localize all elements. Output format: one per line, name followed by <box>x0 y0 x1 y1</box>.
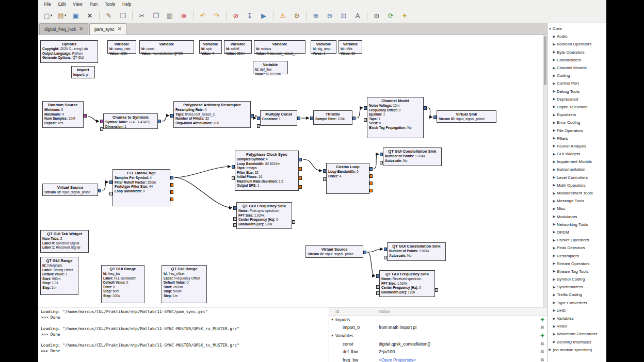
block-qtgui_freq_sink_2[interactable]: QT GUI Frequency SinkName: Received spec… <box>379 270 435 297</box>
expander-closed-icon[interactable]: ▶ <box>552 254 557 258</box>
library-category-core[interactable]: ▼ Core <box>548 25 606 32</box>
block-virtual_sink[interactable]: Virtual SinkStream ID: input_signal_prob… <box>437 110 496 123</box>
expander-open-icon[interactable]: ▼ <box>548 27 553 30</box>
remove-freq-bw-button[interactable]: ✖ <box>538 357 547 362</box>
output-port[interactable] <box>299 167 302 171</box>
scrollbar-thumb[interactable] <box>544 36 546 85</box>
output-port[interactable] <box>251 114 254 118</box>
input-port[interactable] <box>170 114 173 118</box>
expander-open-icon[interactable]: ▼ <box>329 318 335 321</box>
expander-closed-icon[interactable]: ▶ <box>552 293 557 297</box>
block-qtgui_const_sink_2[interactable]: QT GUI Constellation SinkNumber of Point… <box>387 242 446 261</box>
block-fll_band_edge[interactable]: FLL Band-EdgeSamples Per Symbol: 4Filter… <box>112 169 170 206</box>
input-port[interactable] <box>376 291 379 295</box>
varpanel-item-def-lbw[interactable]: def_lbw2*pi/100✖ <box>329 348 547 356</box>
library-category-trellis-coding[interactable]: ▶Trellis Coding <box>548 291 606 299</box>
expander-closed-icon[interactable]: ▶ <box>552 81 557 86</box>
library-category-misc[interactable]: ▶Misc <box>548 205 606 212</box>
reload-blocks-button[interactable]: ⟳ <box>384 10 397 21</box>
expander-closed-icon[interactable]: ▶ <box>552 183 557 187</box>
library-category-audio[interactable]: ▶Audio <box>548 32 606 40</box>
output-port[interactable] <box>369 174 373 178</box>
block-options[interactable]: OptionsCopyright: 2020 C...ering LabOutp… <box>40 40 98 63</box>
tab-pam-sync[interactable]: pam_sync✕ <box>89 23 126 35</box>
expander-closed-icon[interactable]: ▶ <box>552 207 557 211</box>
menu-edit[interactable]: Edit <box>55 2 70 7</box>
input-port[interactable] <box>323 177 326 181</box>
expander-closed-icon[interactable]: ▶ <box>552 144 557 148</box>
connection[interactable] <box>88 117 99 121</box>
preferences-button[interactable]: ⚙ <box>290 10 303 21</box>
library-category-math-operators[interactable]: ▶Math Operators <box>548 182 606 189</box>
expander-closed-icon[interactable]: ▶ <box>552 74 557 78</box>
expander-closed-icon[interactable]: ▶ <box>552 160 557 164</box>
varpanel-item-import-0[interactable]: import_0from math import pi✖ <box>329 324 547 332</box>
varpanel-item-const[interactable]: constdigital.qpsk_constellation()✖ <box>329 340 547 348</box>
library-category-filters[interactable]: ▶Filters <box>548 135 606 142</box>
input-port[interactable] <box>384 248 387 251</box>
input-port[interactable] <box>310 117 313 120</box>
library-category-boolean-operators[interactable]: ▶Boolean Operators <box>548 40 606 48</box>
add-variables-button[interactable]: ✚ <box>538 333 547 338</box>
dropdown-caret-icon[interactable]: ▾ <box>51 13 53 18</box>
expander-closed-icon[interactable]: ▶ <box>552 121 557 125</box>
connection[interactable] <box>174 167 231 177</box>
input-port[interactable] <box>376 274 379 278</box>
redo-button[interactable]: ↷ <box>210 10 223 21</box>
input-port[interactable] <box>364 106 367 110</box>
menu-help[interactable]: Help <box>119 2 135 7</box>
library-category-stream-tag-tools[interactable]: ▶Stream Tag Tools <box>548 268 606 275</box>
expander-open-icon[interactable]: ▼ <box>329 334 335 337</box>
input-port[interactable] <box>232 165 235 169</box>
output-port[interactable] <box>84 114 87 118</box>
library-category-ofdm[interactable]: ▶OFDM <box>548 228 606 236</box>
expander-closed-icon[interactable]: ▶ <box>552 152 557 156</box>
expander-closed-icon[interactable]: ▶ <box>552 58 557 62</box>
toggle-block-ids-button[interactable]: A <box>351 10 364 21</box>
library-category-resamplers[interactable]: ▶Resamplers <box>548 252 606 259</box>
block-import_pi[interactable]: ImportImport: pi <box>71 66 95 78</box>
expander-closed-icon[interactable]: ▶ <box>552 332 557 336</box>
flowgraph-canvas[interactable]: OptionsCopyright: 2020 C...ering LabOutp… <box>38 35 543 307</box>
expander-closed-icon[interactable]: ▶ <box>552 42 557 46</box>
block-variable_const[interactable]: VariableId: constValue: <constellation Q… <box>139 40 194 54</box>
expander-closed-icon[interactable]: ▶ <box>552 105 557 109</box>
input-port[interactable] <box>257 117 260 120</box>
connection[interactable] <box>357 108 363 118</box>
block-chunks_to_symbols[interactable]: Chunks to SymbolsSymbol Table: -1.4...1.… <box>103 113 158 129</box>
block-variable_rrctaps[interactable]: VariableId: rrctapsValue: firdes.root_ra… <box>254 40 305 54</box>
block-random_source[interactable]: Random SourceMinimum: 0Maximum: 4Num Sam… <box>42 101 84 128</box>
expander-closed-icon[interactable]: ▶ <box>552 317 557 321</box>
menu-tools[interactable]: Tools <box>101 2 119 7</box>
expander-closed-icon[interactable]: ▶ <box>552 238 557 242</box>
find-block-button[interactable]: ⊙ <box>370 10 383 21</box>
input-port[interactable] <box>323 169 326 173</box>
expander-closed-icon[interactable]: ▶ <box>552 168 557 172</box>
expander-closed-icon[interactable]: ▶ <box>552 246 557 250</box>
tab-digital-freq-lock[interactable]: digital_freq_lock✕ <box>39 23 88 35</box>
connection[interactable] <box>254 116 256 118</box>
library-category-networking-tools[interactable]: ▶Networking Tools <box>548 221 606 228</box>
kill-flowgraph-button[interactable]: ⊘ <box>229 10 243 21</box>
output-port[interactable] <box>435 288 438 292</box>
expander-closed-icon[interactable]: ▶ <box>552 175 557 179</box>
library-category-no-module[interactable]: ▶ (no module specified) <box>548 346 606 354</box>
library-category-deprecated[interactable]: ▶Deprecated <box>548 95 606 103</box>
library-category-type-converters[interactable]: ▶Type Converters <box>548 299 606 307</box>
add-imports-button[interactable]: ✚ <box>538 317 547 322</box>
block-qtgui_tab_widget[interactable]: QT GUI Tab WidgetNum Tabs: 2Label 0: Syn… <box>40 230 89 253</box>
library-category-peak-detectors[interactable]: ▶Peak Detectors <box>548 244 606 252</box>
expander-closed-icon[interactable]: ▶ <box>552 340 557 344</box>
block-polyphase_clock_sync[interactable]: Polyphase Clock SyncSamples/Symbol: 4Loo… <box>235 151 299 191</box>
block-variable_samp_rate[interactable]: VariableId: samp_rateValue: 128k <box>107 40 136 54</box>
varpanel-group-variables[interactable]: ▼Variables✚ <box>329 332 547 340</box>
library-category-modulators[interactable]: ▶Modulators <box>548 213 606 221</box>
remove-def-lbw-button[interactable]: ✖ <box>538 349 547 354</box>
output-port[interactable] <box>299 185 302 189</box>
block-variable_sig_amp[interactable]: VariableId: sig_ampValue: 1 <box>311 40 336 54</box>
zoom-in-button[interactable]: ⊕ <box>309 10 323 21</box>
expander-closed-icon[interactable]: ▶ <box>552 199 557 203</box>
connection[interactable] <box>303 159 322 171</box>
block-virtual_source_2[interactable]: Virtual SourceStream ID: input_signal_pr… <box>305 245 363 258</box>
output-port[interactable] <box>170 190 173 194</box>
